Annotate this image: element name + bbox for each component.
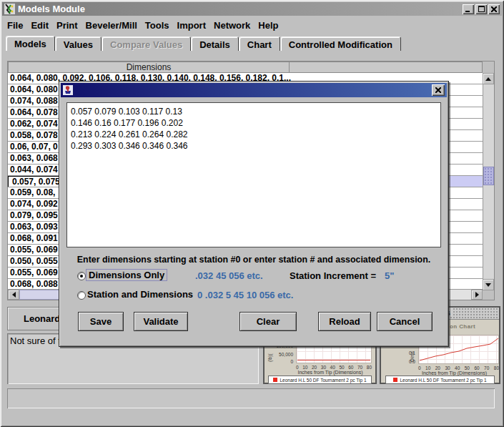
vertical-scrollbar[interactable] xyxy=(483,73,494,290)
tab-values[interactable]: Values xyxy=(55,36,102,51)
save-button[interactable]: Save xyxy=(78,312,124,331)
dialog-instruction: Enter dimensions starting at station #0 … xyxy=(59,255,448,265)
tab-bar: Models Values Compare Values Details Cha… xyxy=(6,36,498,51)
tab-compare-values: Compare Values xyxy=(102,36,191,51)
station-increment-value: 5" xyxy=(385,270,394,281)
menu-edit[interactable]: Edit xyxy=(31,19,55,32)
y-tick: 0 xyxy=(272,359,293,364)
table-header-blank xyxy=(290,62,483,73)
dimensions-only-hint: .032 45 056 etc. xyxy=(195,270,263,281)
app-icon xyxy=(4,4,15,14)
y-tick: 50,000 xyxy=(272,352,293,357)
station-increment-label: Station Increment = xyxy=(290,270,376,281)
station-dimensions-radio[interactable] xyxy=(77,291,86,300)
scroll-down-button[interactable] xyxy=(483,279,494,290)
reload-button[interactable]: Reload xyxy=(318,312,371,331)
window-titlebar[interactable]: Models Module xyxy=(2,2,502,16)
menu-tools[interactable]: Tools xyxy=(145,19,176,32)
right-arrow-icon xyxy=(475,292,479,298)
table-header-row: Dimensions xyxy=(8,62,494,73)
menu-print[interactable]: Print xyxy=(56,19,84,32)
minimize-button[interactable] xyxy=(463,4,474,14)
tab-models[interactable]: Models xyxy=(6,36,55,51)
x-ticks: 01020304050607080 xyxy=(418,365,499,370)
legend-swatch xyxy=(273,378,277,382)
down-arrow-icon xyxy=(485,283,491,287)
vertical-scroll-thumb[interactable] xyxy=(483,167,494,185)
menu-import[interactable]: Import xyxy=(177,19,212,32)
dialog-titlebar[interactable] xyxy=(61,83,447,97)
scroll-right-button[interactable] xyxy=(471,290,483,300)
app-window: Models Module File Edit Print Beveler/Mi… xyxy=(0,0,504,427)
menu-file[interactable]: File xyxy=(7,19,29,32)
station-dimensions-hint: 0 .032 5 45 10 056 etc. xyxy=(197,290,293,300)
legend-label: Leonard H.L 50 DF Tournament 2 pc Tip 1 xyxy=(280,378,366,383)
menu-network[interactable]: Network xyxy=(214,19,257,32)
up-arrow-icon xyxy=(485,77,491,81)
dimensions-only-label[interactable]: Dimensions Only xyxy=(86,269,167,281)
chart-series-line xyxy=(297,360,370,360)
legend-swatch xyxy=(393,378,397,382)
scroll-up-button[interactable] xyxy=(483,73,494,84)
tab-details[interactable]: Details xyxy=(191,36,239,51)
scroll-left-button[interactable] xyxy=(8,290,19,300)
y-axis-label: Dime xyxy=(410,351,415,362)
textarea-line: 0.213 0.224 0.261 0.264 0.282 xyxy=(71,129,437,140)
menu-help[interactable]: Help xyxy=(258,19,285,32)
left-arrow-icon xyxy=(12,292,16,298)
window-controls xyxy=(463,4,500,14)
chart-title: on Chart xyxy=(450,323,475,330)
tab-controlled-modification[interactable]: Controlled Modification xyxy=(280,36,401,51)
dialog-icon xyxy=(63,85,73,95)
dimensions-textarea[interactable]: 0.057 0.079 0.103 0.117 0.13 0.146 0.16 … xyxy=(66,102,441,247)
maximize-button[interactable] xyxy=(475,4,487,14)
chart-legend: Leonard H.L 50 DF Tournament 2 pc Tip 1 xyxy=(385,376,495,384)
y-axis-label: (lb)( xyxy=(267,353,272,362)
legend-label: Leonard H.L 50 DF Tournament 2 pc Tip 1 xyxy=(400,378,486,383)
close-button[interactable] xyxy=(488,4,500,14)
cancel-button[interactable]: Cancel xyxy=(377,312,433,331)
table-header-dimensions[interactable]: Dimensions xyxy=(8,62,290,73)
chart-legend: Leonard H.L 50 DF Tournament 2 pc Tip 1 xyxy=(268,376,372,384)
dimensions-only-radio[interactable] xyxy=(77,272,86,280)
textarea-line: 0.146 0.16 0.177 0.196 0.202 xyxy=(71,117,437,129)
textarea-line: 0.293 0.303 0.346 0.346 0.346 xyxy=(71,140,437,152)
x-axis-label: Inches from Tip (Dimensions) xyxy=(286,370,375,375)
clear-button[interactable]: Clear xyxy=(239,312,297,331)
tab-chart[interactable]: Chart xyxy=(239,36,280,51)
textarea-line: 0.057 0.079 0.103 0.117 0.13 xyxy=(71,106,437,117)
x-ticks: 01020304050607080 xyxy=(296,365,372,370)
validate-button[interactable]: Validate xyxy=(134,312,188,331)
dialog-close-button[interactable] xyxy=(432,84,445,96)
status-panel xyxy=(7,388,495,408)
dimensions-entry-dialog: 0.057 0.079 0.103 0.117 0.13 0.146 0.16 … xyxy=(59,81,449,347)
x-axis-label: Inches from Tip (Dimensions) xyxy=(410,370,499,376)
window-title: Models Module xyxy=(18,4,85,14)
station-dimensions-label[interactable]: Station and Dimensions xyxy=(87,289,193,300)
menu-bar: File Edit Print Beveler/Mill Tools Impor… xyxy=(3,17,501,33)
menu-beveler-mill[interactable]: Beveler/Mill xyxy=(86,19,144,32)
